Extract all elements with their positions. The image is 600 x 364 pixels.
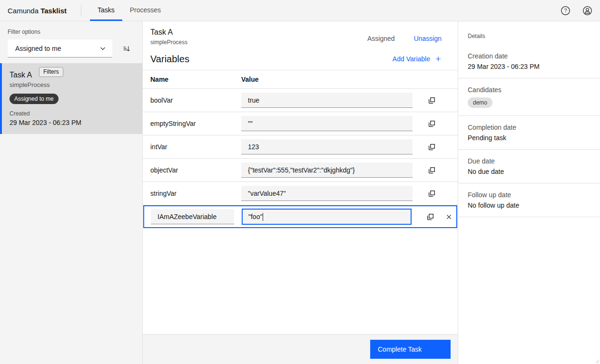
details-value: Pending task	[468, 134, 590, 142]
details-label: Due date	[468, 157, 590, 165]
help-button[interactable]: ?	[558, 3, 572, 18]
unassign-button[interactable]: Unassign	[414, 35, 442, 42]
sort-tasks-button[interactable]	[119, 41, 133, 56]
filter-dropdown[interactable]: Assigned to me	[8, 39, 112, 57]
row-actions	[424, 163, 458, 177]
details-section: Creation date 29 Mar 2023 - 06:23 PM	[458, 45, 600, 78]
copy-icon	[428, 120, 436, 128]
new-row-actions	[423, 210, 456, 224]
row-actions	[424, 140, 458, 154]
variables-table-header: Name Value	[143, 70, 458, 89]
copy-icon	[428, 143, 436, 151]
remove-variable-button[interactable]	[442, 210, 456, 224]
user-icon	[582, 6, 592, 16]
details-label: Candidates	[468, 86, 590, 94]
copy-icon	[428, 96, 436, 105]
plus-icon	[435, 56, 442, 62]
brand-suffix: Tasklist	[40, 7, 67, 15]
header-tabs: Tasks Processes	[90, 0, 168, 21]
close-icon	[445, 213, 452, 220]
variable-value-input[interactable]	[241, 139, 413, 154]
copy-button[interactable]	[424, 186, 439, 201]
variable-value-input[interactable]	[241, 93, 413, 108]
tasks-sidebar: Filter options Assigned to me Task A sim…	[0, 21, 143, 364]
tab-processes-label: Processes	[130, 6, 161, 14]
task-header: Task A simpleProcess Assigned Unassign	[143, 21, 458, 46]
details-label: Follow up date	[468, 191, 590, 199]
complete-task-button[interactable]: Complete Task	[370, 340, 451, 359]
row-actions	[424, 116, 458, 131]
copy-button[interactable]	[424, 140, 439, 154]
variable-name: stringVar	[150, 190, 241, 197]
variable-value-cell	[241, 93, 413, 108]
value-column-header: Value	[241, 76, 458, 83]
variable-value-input[interactable]	[241, 186, 413, 201]
variable-name: boolVar	[150, 96, 241, 104]
variable-name: objectVar	[150, 166, 241, 174]
candidate-badge: demo	[468, 97, 492, 108]
assignment-status: Assigned	[367, 35, 395, 42]
task-card[interactable]: Task A simpleProcess Assigned to me Crea…	[0, 63, 142, 134]
variable-value-cell	[241, 116, 413, 131]
copy-button[interactable]	[424, 116, 439, 131]
task-header-titles: Task A simpleProcess	[150, 27, 187, 46]
copy-icon	[426, 213, 434, 221]
variable-value-input[interactable]	[241, 163, 413, 178]
copy-button[interactable]	[423, 210, 437, 224]
add-variable-label: Add Variable	[393, 55, 430, 63]
details-value: No follow up date	[468, 201, 590, 209]
variables-table: Name Value boolVar emptyStringVar	[143, 70, 458, 228]
text-caret	[263, 213, 263, 221]
copy-icon	[428, 190, 436, 198]
user-menu-button[interactable]	[580, 3, 594, 18]
task-process-name: simpleProcess	[150, 39, 187, 46]
copy-button[interactable]	[424, 93, 439, 107]
variable-value-cell	[241, 163, 413, 178]
variables-bar: Variables Add Variable	[143, 46, 458, 66]
variable-value-cell	[241, 139, 413, 154]
tab-tasks[interactable]: Tasks	[90, 0, 122, 21]
task-footer: Complete Task	[143, 334, 458, 364]
copy-button[interactable]	[424, 163, 439, 177]
app-header: Camunda Tasklist Tasks Processes ?	[0, 0, 600, 21]
add-variable-button[interactable]: Add Variable	[393, 55, 442, 63]
resize-grip-icon[interactable]	[595, 359, 600, 364]
filter-options-label: Filter options	[8, 29, 142, 35]
row-actions	[424, 186, 458, 201]
new-variable-row: "foo"	[143, 205, 457, 228]
filters-tooltip: Filters	[39, 67, 63, 77]
tab-processes[interactable]: Processes	[122, 0, 168, 21]
details-section: Follow up date No follow up date	[458, 183, 600, 217]
assignment-controls: Assigned Unassign	[367, 35, 450, 42]
details-value: No due date	[468, 168, 590, 175]
assigned-to-me-badge: Assigned to me	[10, 94, 59, 104]
svg-text:?: ?	[564, 8, 567, 13]
variables-rows: boolVar emptyStringVar	[143, 89, 458, 205]
copy-icon	[428, 166, 436, 174]
main-layout: Filter options Assigned to me Task A sim…	[0, 21, 600, 364]
chevron-down-icon	[99, 45, 107, 52]
task-title: Task A	[150, 27, 187, 38]
variable-name: emptyStringVar	[150, 120, 241, 127]
help-icon: ?	[561, 6, 570, 16]
new-variable-name-input[interactable]	[151, 209, 234, 224]
filter-row: Assigned to me	[8, 39, 135, 57]
new-variable-value-input[interactable]: "foo"	[242, 209, 412, 225]
variable-row: intVar	[143, 135, 458, 159]
variable-name: intVar	[150, 143, 241, 151]
name-column-header: Name	[150, 76, 241, 83]
details-value: 29 Mar 2023 - 06:23 PM	[468, 63, 590, 70]
task-detail-panel: Task A simpleProcess Assigned Unassign V…	[143, 21, 458, 364]
brand-prefix: Camunda	[8, 7, 39, 15]
sort-descending-icon	[122, 45, 130, 53]
variable-value-input[interactable]	[241, 116, 413, 131]
variable-row: objectVar	[143, 159, 458, 182]
app-logo: Camunda Tasklist	[8, 7, 67, 15]
details-section: Candidates demo	[458, 78, 600, 116]
new-variable-value-text: "foo"	[248, 213, 262, 220]
created-date: 29 Mar 2023 - 06:23 PM	[10, 119, 135, 126]
filter-dropdown-value: Assigned to me	[15, 45, 61, 52]
variable-row: stringVar	[143, 182, 458, 205]
details-label: Completion date	[468, 124, 590, 131]
details-section: Completion date Pending task	[458, 116, 600, 150]
